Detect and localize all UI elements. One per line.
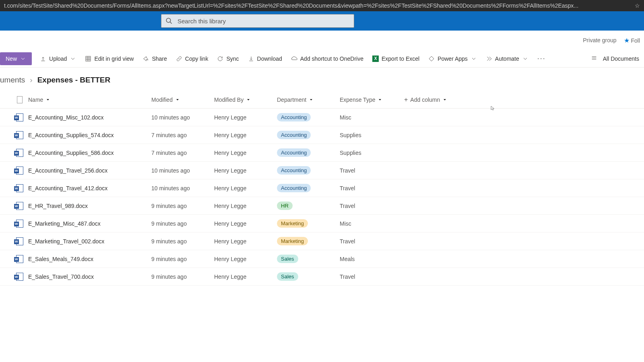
table-row[interactable]: E_Accounting_Travel_412.docx10 minutes a… <box>0 179 644 197</box>
word-doc-icon <box>16 220 23 228</box>
excel-icon: X <box>372 56 379 62</box>
word-doc-icon <box>16 113 23 121</box>
chevron-right-icon: › <box>30 76 32 84</box>
column-modified[interactable]: Modified <box>151 97 214 103</box>
power-apps-icon <box>428 56 435 62</box>
table-row[interactable]: E_Sales_Travel_700.docx9 minutes agoHenr… <box>0 268 644 286</box>
word-doc-icon <box>16 237 23 245</box>
view-menu-icon[interactable] <box>591 55 597 62</box>
power-apps-button[interactable]: Power Apps <box>424 50 481 67</box>
column-expense-type[interactable]: Expense Type <box>340 97 404 103</box>
group-info-row: Private group ★ Foll <box>0 31 644 50</box>
search-icon <box>165 17 173 25</box>
file-modified: 7 minutes ago <box>151 150 214 156</box>
download-button[interactable]: Download <box>244 50 286 67</box>
table-row[interactable]: E_Marketing_Misc_487.docx9 minutes agoHe… <box>0 215 644 232</box>
file-expense-type: Travel <box>340 185 404 191</box>
add-shortcut-button[interactable]: Add shortcut to OneDrive <box>287 50 367 67</box>
new-button[interactable]: New <box>0 52 32 65</box>
file-modified: 7 minutes ago <box>151 132 214 138</box>
grid-icon <box>85 56 91 62</box>
file-modified-by: Henry Legge <box>214 185 277 191</box>
word-doc-icon <box>16 202 23 210</box>
file-name[interactable]: E_HR_Travel_989.docx <box>27 203 151 209</box>
file-name[interactable]: E_Accounting_Supplies_586.docx <box>27 150 151 156</box>
column-department[interactable]: Department <box>277 97 340 103</box>
file-department: Accounting <box>277 131 340 139</box>
automate-icon <box>486 56 492 62</box>
svg-point-0 <box>166 18 171 23</box>
file-name[interactable]: E_Marketing_Misc_487.docx <box>27 220 151 227</box>
file-modified-by: Henry Legge <box>214 167 277 174</box>
star-icon: ★ <box>624 37 630 44</box>
word-doc-icon <box>16 131 23 139</box>
chevron-down-icon <box>20 56 26 62</box>
svg-marker-11 <box>429 56 434 61</box>
file-expense-type: Misc <box>340 220 404 227</box>
column-name[interactable]: Name <box>27 97 151 103</box>
search-input[interactable]: Search this library <box>161 14 354 28</box>
follow-button[interactable]: ★ Foll <box>624 37 640 44</box>
file-expense-type: Travel <box>340 167 404 174</box>
sync-button[interactable]: Sync <box>213 50 243 67</box>
table-row[interactable]: E_Accounting_Supplies_586.docx7 minutes … <box>0 144 644 162</box>
table-row[interactable]: E_HR_Travel_989.docx9 minutes agoHenry L… <box>0 197 644 215</box>
file-modified-by: Henry Legge <box>214 150 277 156</box>
file-expense-type: Supplies <box>340 132 404 138</box>
table-row[interactable]: E_Accounting_Supplies_574.docx7 minutes … <box>0 126 644 144</box>
chevron-down-icon <box>471 56 477 62</box>
edit-grid-button[interactable]: Edit in grid view <box>81 50 138 67</box>
word-doc-icon <box>16 273 23 281</box>
copy-link-button[interactable]: Copy link <box>172 50 213 67</box>
file-modified: 9 minutes ago <box>151 274 214 280</box>
chevron-down-icon <box>70 56 76 62</box>
file-department: HR <box>277 202 340 210</box>
file-department: Sales <box>277 255 340 263</box>
file-name[interactable]: E_Accounting_Travel_256.docx <box>27 167 151 174</box>
breadcrumb-parent[interactable]: uments <box>0 76 25 84</box>
svg-line-1 <box>170 22 172 24</box>
file-name[interactable]: E_Accounting_Travel_412.docx <box>27 185 151 191</box>
suite-bar: Search this library <box>0 11 644 31</box>
word-doc-icon <box>16 149 23 157</box>
column-modified-by[interactable]: Modified By <box>214 97 277 103</box>
view-selector[interactable]: All Documents <box>601 56 641 62</box>
table-row[interactable]: E_Marketing_Travel_002.docx9 minutes ago… <box>0 232 644 250</box>
chevron-down-icon <box>522 56 528 62</box>
file-modified-by: Henry Legge <box>214 203 277 209</box>
browser-address-bar[interactable]: t.com/sites/TestSite/Shared%20Documents/… <box>0 0 644 11</box>
export-excel-button[interactable]: X Export to Excel <box>368 50 423 67</box>
table-row[interactable]: E_Sales_Meals_749.docx9 minutes agoHenry… <box>0 250 644 268</box>
file-name[interactable]: E_Accounting_Misc_102.docx <box>27 114 151 121</box>
onedrive-icon <box>291 56 297 62</box>
column-type[interactable] <box>13 96 27 103</box>
more-button[interactable]: ··· <box>533 54 550 63</box>
file-icon <box>17 96 23 103</box>
document-table: Name Modified Modified By Department Exp… <box>0 91 644 286</box>
file-modified: 9 minutes ago <box>151 256 214 262</box>
upload-button[interactable]: Upload <box>36 50 80 67</box>
file-name[interactable]: E_Sales_Travel_700.docx <box>27 274 151 280</box>
file-modified-by: Henry Legge <box>214 220 277 227</box>
table-row[interactable]: E_Accounting_Misc_102.docx10 minutes ago… <box>0 109 644 126</box>
file-name[interactable]: E_Marketing_Travel_002.docx <box>27 238 151 245</box>
automate-button[interactable]: Automate <box>482 50 533 67</box>
file-department: Sales <box>277 272 340 281</box>
link-icon <box>176 56 182 62</box>
file-expense-type: Misc <box>340 114 404 121</box>
file-modified-by: Henry Legge <box>214 256 277 262</box>
add-column-button[interactable]: +Add column <box>404 96 469 103</box>
table-row[interactable]: E_Accounting_Travel_256.docx10 minutes a… <box>0 162 644 179</box>
file-modified-by: Henry Legge <box>214 114 277 121</box>
file-modified: 10 minutes ago <box>151 167 214 174</box>
chevron-down-icon <box>246 97 251 102</box>
bookmark-star-icon[interactable]: ☆ <box>635 2 640 9</box>
share-button[interactable]: Share <box>138 50 171 67</box>
file-modified: 9 minutes ago <box>151 220 214 227</box>
breadcrumb-current: Expenses - BETTER <box>37 76 111 84</box>
file-name[interactable]: E_Accounting_Supplies_574.docx <box>27 132 151 138</box>
file-name[interactable]: E_Sales_Meals_749.docx <box>27 256 151 262</box>
file-expense-type: Travel <box>340 274 404 280</box>
file-department: Accounting <box>277 113 340 121</box>
file-modified: 10 minutes ago <box>151 114 214 121</box>
